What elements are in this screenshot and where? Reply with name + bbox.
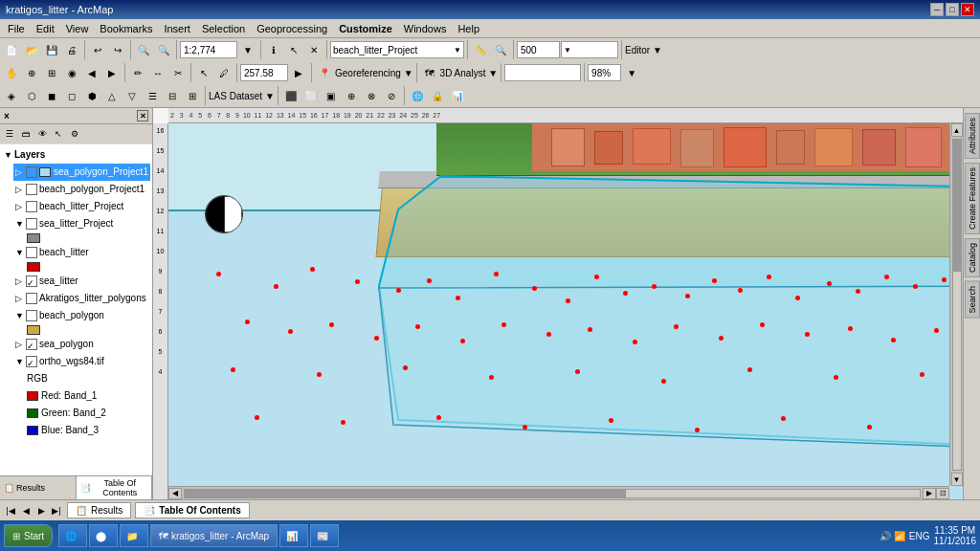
sea-litter-project-chk[interactable] (26, 218, 37, 230)
las2[interactable]: ⬡ (22, 86, 41, 105)
layer-sea-litter[interactable]: ▷ sea_litter (13, 273, 150, 290)
menu-bookmarks[interactable]: Bookmarks (94, 21, 158, 36)
menu-customize[interactable]: Customize (333, 21, 398, 36)
beach-polygon-chk[interactable] (26, 310, 37, 321)
toc-visibility-icon[interactable]: 👁 (34, 126, 50, 142)
new-button[interactable]: 📄 (2, 40, 21, 59)
toc-bottom-tab[interactable]: 📑 Table Of Contents (77, 476, 153, 499)
select-tool[interactable]: ↖ (284, 40, 303, 59)
zoom-combo[interactable]: ▼ (561, 41, 618, 58)
layer-ortho-wgs84[interactable]: ▼ ortho_wgs84.tif (13, 353, 150, 370)
nav-prev[interactable]: ◀ (19, 504, 33, 518)
layer-beach-litter-project[interactable]: ▷ beach_litter_Project (13, 198, 150, 215)
beach-polygon-project1-chk[interactable] (26, 184, 37, 195)
zoom-out-button[interactable]: 🔍 (154, 40, 173, 59)
attributes-tab[interactable]: Attributes (965, 113, 980, 159)
toc-status-tab[interactable]: 📑 Table Of Contents (135, 502, 249, 518)
nav-first[interactable]: |◀ (4, 504, 17, 518)
layer-sea-polygon[interactable]: ▷ sea_polygon (13, 336, 150, 353)
menu-selection[interactable]: Selection (196, 21, 251, 36)
las4[interactable]: ◻ (62, 86, 81, 105)
results-status-tab[interactable]: 📋 Results (67, 502, 131, 518)
menu-help[interactable]: Help (452, 21, 485, 36)
v-scrollbar-track[interactable] (952, 139, 962, 471)
taskbar-excel[interactable]: 📊 (279, 524, 308, 547)
layer-sea-litter-project[interactable]: ▼ sea_litter_Project (13, 215, 150, 232)
las5[interactable]: ⬢ (82, 86, 101, 105)
las-b[interactable]: 🔒 (428, 86, 447, 105)
beach-litter-chk[interactable] (26, 247, 37, 258)
start-button[interactable]: ⊞ Start (4, 524, 53, 547)
scale-input[interactable]: 1:2,774 (180, 41, 237, 58)
taskbar-arcmap[interactable]: 🗺 kratigos_litter - ArcMap (150, 524, 278, 547)
las9[interactable]: ⊟ (163, 86, 182, 105)
clear-select[interactable]: ✕ (304, 40, 323, 59)
layer-beach-polygon[interactable]: ▼ beach_polygon (13, 307, 150, 324)
beach-litter-project-chk[interactable] (26, 201, 37, 212)
taskbar-ie[interactable]: 🌐 (58, 524, 87, 547)
3d-icon[interactable]: 🗺 (420, 63, 439, 82)
toc-props-icon[interactable]: ⚙ (67, 126, 82, 142)
scroll-down-btn[interactable]: ▼ (951, 473, 963, 486)
map-area[interactable]: 2 3 4 5 6 7 8 9 10 11 12 13 14 15 16 17 … (153, 108, 963, 499)
toc-select-icon[interactable]: ↖ (51, 126, 66, 142)
sea-polygon-chk[interactable] (26, 339, 37, 350)
coords-input[interactable]: 257.58 (240, 64, 288, 81)
pct-input[interactable]: 98% (588, 64, 621, 81)
las6[interactable]: △ (102, 86, 122, 105)
las-filter6[interactable]: ⊘ (382, 86, 401, 105)
h-scrollbar-track[interactable] (184, 489, 921, 498)
georef-label[interactable]: Georeferencing ▼ (335, 68, 413, 78)
menu-insert[interactable]: Insert (158, 21, 196, 36)
las-filter4[interactable]: ⊕ (342, 86, 361, 105)
taskbar-chrome[interactable]: ⬤ (89, 524, 118, 547)
zoom-layer[interactable]: ⊞ (42, 63, 61, 82)
fwd-extent[interactable]: ▶ (102, 63, 122, 82)
scroll-up-btn[interactable]: ▲ (951, 123, 963, 137)
las-filter3[interactable]: ▣ (322, 86, 341, 105)
reshape[interactable]: ↔ (148, 63, 167, 82)
edit-tool2[interactable]: 🖊 (214, 63, 234, 82)
las10[interactable]: ⊞ (183, 86, 202, 105)
pan-tool[interactable]: ✋ (2, 63, 21, 82)
las8[interactable]: ☰ (143, 86, 162, 105)
undo-button[interactable]: ↩ (88, 40, 107, 59)
zoom-select[interactable]: ◉ (62, 63, 81, 82)
edit-vertices[interactable]: ✏ (128, 63, 147, 82)
zoom-in-button[interactable]: 🔍 (134, 40, 153, 59)
menu-geoprocessing[interactable]: Geoprocessing (251, 21, 333, 36)
las-c[interactable]: 📊 (448, 86, 467, 105)
toc-source-icon[interactable]: 🗃 (18, 126, 33, 142)
las-a[interactable]: 🌐 (408, 86, 427, 105)
las1[interactable]: ◈ (2, 86, 21, 105)
menu-view[interactable]: View (60, 21, 95, 36)
akratigos-litter-chk[interactable] (26, 293, 37, 304)
print-button[interactable]: 🖨 (62, 40, 81, 59)
las-label[interactable]: LAS Dataset ▼ (209, 91, 275, 101)
select-arrow[interactable]: ↖ (194, 63, 213, 82)
coords-apply[interactable]: ▶ (289, 63, 308, 82)
redo-button[interactable]: ↪ (108, 40, 127, 59)
las3[interactable]: ◼ (42, 86, 61, 105)
editor-label[interactable]: Editor ▼ (625, 45, 662, 55)
catalog-tab[interactable]: Catalog (965, 238, 980, 277)
h-scrollbar[interactable]: ◀ ▶ ⊡ (168, 486, 949, 499)
las-filter1[interactable]: ⬛ (281, 86, 301, 105)
3d-label[interactable]: 3D Analyst ▼ (440, 68, 498, 78)
split[interactable]: ✂ (168, 63, 188, 82)
zoom-input[interactable]: 500 (517, 41, 560, 58)
toc-list-icon[interactable]: ☰ (2, 126, 17, 142)
sea-polygon-project1-chk[interactable] (26, 166, 37, 178)
menu-windows[interactable]: Windows (398, 21, 453, 36)
layer-beach-litter[interactable]: ▼ beach_litter (13, 244, 150, 261)
search-tab[interactable]: Search (965, 281, 980, 319)
v-scrollbar[interactable]: ▲ ▼ (949, 123, 963, 486)
scroll-right-btn[interactable]: ▶ (923, 488, 936, 499)
scroll-left-btn[interactable]: ◀ (168, 488, 182, 499)
layer-sea-polygon-project1[interactable]: ▷ sea_polygon_Project1 (13, 164, 150, 181)
sea-litter-chk[interactable] (26, 276, 37, 287)
taskbar-explorer[interactable]: 📁 (120, 524, 148, 547)
open-button[interactable]: 📂 (22, 40, 41, 59)
menu-edit[interactable]: Edit (31, 21, 60, 36)
pct-dropdown[interactable]: ▼ (622, 63, 641, 82)
